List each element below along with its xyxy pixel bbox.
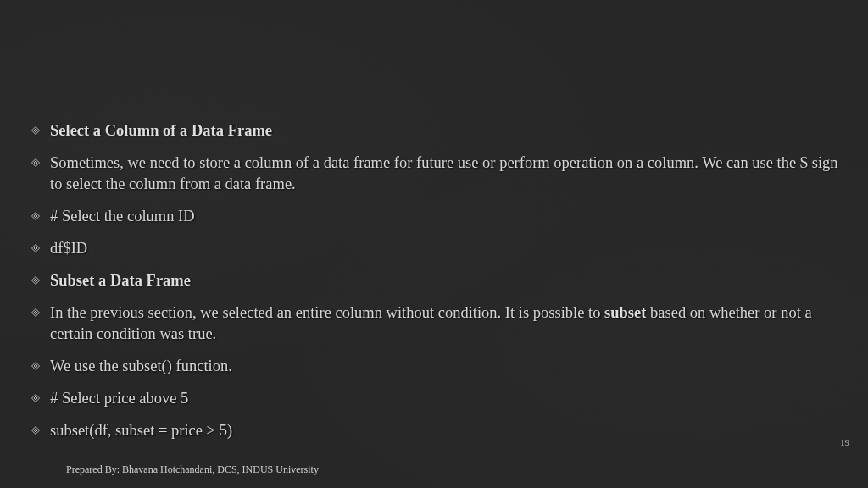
bullet-item: # Select the column ID (31, 206, 843, 227)
svg-marker-5 (34, 214, 37, 218)
svg-marker-17 (34, 429, 37, 432)
bullet-text: We use the subset() function. (50, 356, 843, 377)
bullet-item: subset(df, subset = price > 5) (31, 420, 843, 441)
svg-marker-15 (34, 396, 37, 400)
diamond-bullet-icon (31, 308, 40, 317)
svg-marker-10 (32, 308, 40, 316)
svg-marker-1 (34, 129, 37, 132)
slide-footer: Prepared By: Bhavana Hotchandani, DCS, I… (66, 463, 319, 476)
bullet-item: df$ID (31, 238, 843, 259)
bullet-item: We use the subset() function. (31, 356, 843, 377)
bullet-item: Subset a Data Frame (31, 270, 843, 291)
svg-marker-8 (32, 276, 40, 284)
bullet-text: Subset a Data Frame (50, 270, 843, 291)
bullet-text: Sometimes, we need to store a column of … (50, 152, 843, 195)
svg-marker-11 (34, 311, 37, 314)
diamond-bullet-icon (31, 212, 40, 220)
bullet-item: Sometimes, we need to store a column of … (31, 152, 843, 195)
diamond-bullet-icon (31, 158, 40, 167)
page-number: 19 (840, 437, 849, 447)
slide-body: Select a Column of a Data Frame Sometime… (31, 120, 843, 452)
diamond-bullet-icon (31, 426, 40, 435)
svg-marker-14 (32, 394, 40, 402)
diamond-bullet-icon (31, 126, 40, 135)
svg-marker-3 (34, 161, 37, 164)
diamond-bullet-icon (31, 276, 40, 285)
bullet-item: # Select price above 5 (31, 388, 843, 409)
bullet-text: # Select the column ID (50, 206, 843, 227)
bullet-text: # Select price above 5 (50, 388, 843, 409)
bullet-text: Select a Column of a Data Frame (50, 120, 843, 141)
svg-marker-13 (34, 364, 37, 368)
bullet-text: In the previous section, we selected an … (50, 302, 843, 345)
svg-marker-7 (34, 247, 37, 250)
svg-marker-6 (32, 244, 40, 252)
svg-marker-0 (32, 127, 40, 135)
diamond-bullet-icon (31, 394, 40, 402)
svg-marker-12 (32, 362, 40, 369)
bullet-text: subset(df, subset = price > 5) (50, 420, 843, 441)
svg-marker-16 (32, 426, 40, 434)
bullet-item: Select a Column of a Data Frame (31, 120, 843, 141)
bullet-text: df$ID (50, 238, 843, 259)
bullet-item: In the previous section, we selected an … (31, 302, 843, 345)
svg-marker-2 (32, 158, 40, 166)
diamond-bullet-icon (31, 362, 40, 370)
svg-marker-4 (32, 212, 40, 219)
diamond-bullet-icon (31, 244, 40, 252)
svg-marker-9 (34, 279, 37, 282)
